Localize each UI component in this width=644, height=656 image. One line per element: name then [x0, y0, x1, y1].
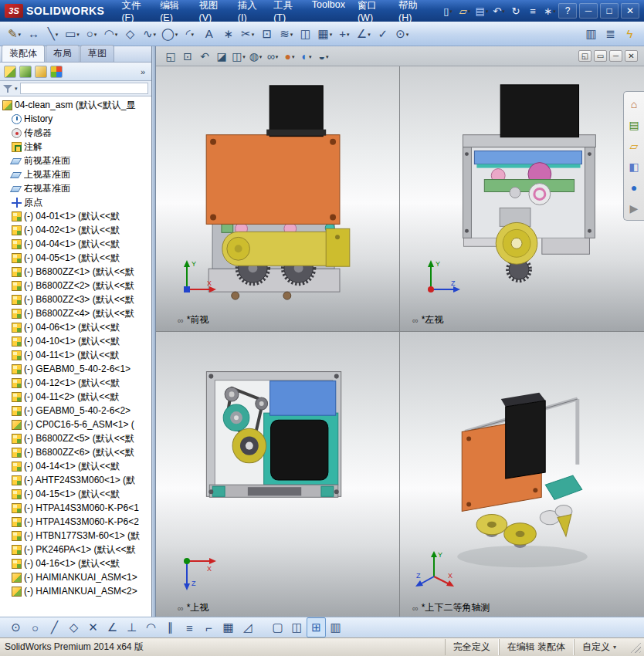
- smart-dimension-button[interactable]: ↔: [24, 24, 43, 44]
- tree-item[interactable]: (-) 04-11<1> (默认<<默: [0, 348, 151, 362]
- move-entities-button[interactable]: +: [334, 24, 354, 44]
- edit-appearance-button[interactable]: ●: [281, 48, 298, 65]
- two-view-button[interactable]: ◫: [287, 617, 307, 637]
- tree-item[interactable]: (-) 04-05<1> (默认<<默: [0, 251, 151, 265]
- center-snap-button[interactable]: ○: [25, 617, 45, 637]
- tree-item[interactable]: (-) AHTF24S3M060<1> (默: [0, 473, 151, 487]
- open-button[interactable]: ▱: [456, 2, 473, 19]
- tree-item[interactable]: (-) 04-16<1> (默认<<默: [0, 556, 151, 570]
- fillet-tool-button[interactable]: ◜: [180, 24, 199, 44]
- tree-item[interactable]: (-) HTBN177S3M-60<1> (默: [0, 529, 151, 543]
- tree-item[interactable]: (-) HAIMIANKUAI_ASM<2>: [0, 584, 151, 598]
- tree-item[interactable]: 上视基准面: [0, 167, 151, 181]
- home-icon[interactable]: ⌂: [627, 96, 642, 111]
- tree-item[interactable]: (-) PK246PA<1> (默认<<默: [0, 543, 151, 556]
- repair-sketch-button[interactable]: ✓: [373, 24, 392, 44]
- tree-item[interactable]: 传感器: [0, 126, 151, 140]
- line-snap-button[interactable]: ╱: [45, 617, 64, 637]
- maximize-button[interactable]: □: [600, 3, 619, 19]
- tree-item[interactable]: History: [0, 112, 151, 126]
- point-snap-button[interactable]: ⊙: [6, 617, 25, 637]
- viewport-top[interactable]: X Z *上视: [156, 332, 400, 617]
- ellipse-tool-button[interactable]: ◯: [159, 24, 180, 44]
- hide-show-items-button[interactable]: ∞: [264, 48, 281, 65]
- convert-entities-button[interactable]: ⊡: [257, 24, 276, 44]
- tree-item[interactable]: (-) 04-04<1> (默认<<默: [0, 237, 151, 251]
- polygon-tool-button[interactable]: ◇: [120, 24, 140, 44]
- view-orientation-button[interactable]: ◫: [230, 48, 247, 65]
- tree-item[interactable]: (-) 04-01<1> (默认<<默: [0, 209, 151, 223]
- minimize-button[interactable]: ─: [579, 3, 598, 19]
- viewport-isometric[interactable]: Y X Z *上下二等角轴测: [400, 332, 644, 617]
- save-button[interactable]: ▤: [473, 2, 490, 19]
- tree-item[interactable]: (-) B6800ZZ<5> (默认<<默: [0, 431, 151, 445]
- assembly-visualization-button[interactable]: ≣: [601, 24, 620, 44]
- tree-item[interactable]: (-) HTPA14S3M060-K-P6<1: [0, 501, 151, 515]
- tangent-snap-button[interactable]: ◠: [141, 617, 161, 637]
- angle-bisector-snap-button[interactable]: ◿: [238, 617, 257, 637]
- parallel-snap-button[interactable]: ∥: [161, 617, 180, 637]
- tree-item[interactable]: 注解: [0, 140, 151, 154]
- viewport-layout-button[interactable]: ◱: [578, 50, 591, 62]
- perpendicular-snap-button[interactable]: ⊥: [122, 617, 141, 637]
- four-view-button[interactable]: ⊞: [307, 617, 326, 637]
- tree-item[interactable]: (-) 04-15<1> (默认<<默: [0, 487, 151, 501]
- viewport-front[interactable]: Y X *前视: [156, 46, 400, 332]
- propertymanager-tab-icon[interactable]: [19, 66, 32, 78]
- midpoint-snap-button[interactable]: ◇: [64, 617, 83, 637]
- tree-item[interactable]: (-) B6800ZZ<1> (默认<<默: [0, 265, 151, 279]
- text-tool-button[interactable]: A: [199, 24, 219, 44]
- resize-grip[interactable]: [630, 642, 641, 653]
- tree-item[interactable]: (-) GEABM0_5-40-2-6<1>: [0, 362, 151, 376]
- filter-input[interactable]: [20, 83, 148, 94]
- tree-item[interactable]: (-) 04-14<1> (默认<<默: [0, 459, 151, 473]
- tab-sketch[interactable]: 草图: [80, 45, 114, 62]
- tree-item[interactable]: (-) 04-11<2> (默认<<默: [0, 390, 151, 404]
- link-views-button[interactable]: ▥: [326, 617, 345, 637]
- close-viewport-button[interactable]: ✕: [625, 50, 638, 62]
- help-button[interactable]: ?: [558, 3, 577, 19]
- zoom-area-button[interactable]: ⊡: [179, 48, 196, 65]
- close-button[interactable]: ✕: [621, 3, 639, 19]
- tree-item[interactable]: (-) 04-12<1> (默认<<默: [0, 376, 151, 390]
- display-relations-button[interactable]: ∠: [354, 24, 373, 44]
- line-tool-button[interactable]: ╲: [43, 24, 63, 44]
- tree-item[interactable]: (-) CP0C16-5-6_ASM<1> (: [0, 418, 151, 431]
- viewport-left[interactable]: Y Z *左视: [400, 46, 644, 332]
- tree-item[interactable]: (-) 04-10<1> (默认<<默: [0, 334, 151, 348]
- isolate-button[interactable]: ▥: [581, 24, 601, 44]
- trim-entities-button[interactable]: ✂: [238, 24, 257, 44]
- tab-layout[interactable]: 布局: [46, 45, 80, 62]
- tree-item[interactable]: (-) B6800ZZ<3> (默认<<默: [0, 292, 151, 306]
- offset-entities-button[interactable]: ≋: [276, 24, 296, 44]
- zoom-fit-button[interactable]: ◱: [162, 48, 179, 65]
- section-view-button[interactable]: ◪: [213, 48, 230, 65]
- view-settings-button[interactable]: ◒: [315, 48, 332, 65]
- tree-item[interactable]: 前视基准面: [0, 154, 151, 167]
- tree-item[interactable]: (-) 04-02<1> (默认<<默: [0, 223, 151, 237]
- sketch-button[interactable]: ✎: [5, 24, 24, 44]
- status-custom-dropdown[interactable]: 自定义▾: [574, 639, 624, 655]
- filter-dropdown-icon[interactable]: ▾: [15, 86, 18, 92]
- new-document-button[interactable]: ▯: [439, 2, 456, 19]
- view-palette-icon[interactable]: ◧: [627, 159, 642, 174]
- tree-item[interactable]: (-) HTPA14S3M060-K-P6<2: [0, 515, 151, 529]
- apply-scene-button[interactable]: ◐: [298, 48, 315, 65]
- spline-tool-button[interactable]: ∿: [140, 24, 159, 44]
- instant3d-button[interactable]: ϟ: [620, 24, 639, 44]
- tree-item[interactable]: 04-clean_asm (默认<默认_显: [0, 98, 151, 112]
- maximize-viewport-button[interactable]: ▭: [594, 50, 607, 62]
- angle-snap-button[interactable]: ∠: [103, 617, 122, 637]
- tree-item[interactable]: (-) B6800ZZ<2> (默认<<默: [0, 279, 151, 292]
- displaymanager-tab-icon[interactable]: [50, 66, 63, 78]
- tree-item[interactable]: (-) GEABM0_5-40-2-6<2>: [0, 404, 151, 418]
- tree-item[interactable]: (-) 04-06<1> (默认<<默: [0, 320, 151, 334]
- arc-tool-button[interactable]: ◠: [101, 24, 120, 44]
- linear-pattern-button[interactable]: ▦: [315, 24, 334, 44]
- intersection-snap-button[interactable]: ✕: [83, 617, 103, 637]
- configurationmanager-tab-icon[interactable]: [35, 66, 47, 78]
- tree-item[interactable]: 原点: [0, 195, 151, 209]
- custom-properties-icon[interactable]: ▶: [627, 201, 642, 215]
- tree-item[interactable]: (-) B6800ZZ<6> (默认<<默: [0, 445, 151, 459]
- file-explorer-icon[interactable]: ▱: [627, 138, 642, 153]
